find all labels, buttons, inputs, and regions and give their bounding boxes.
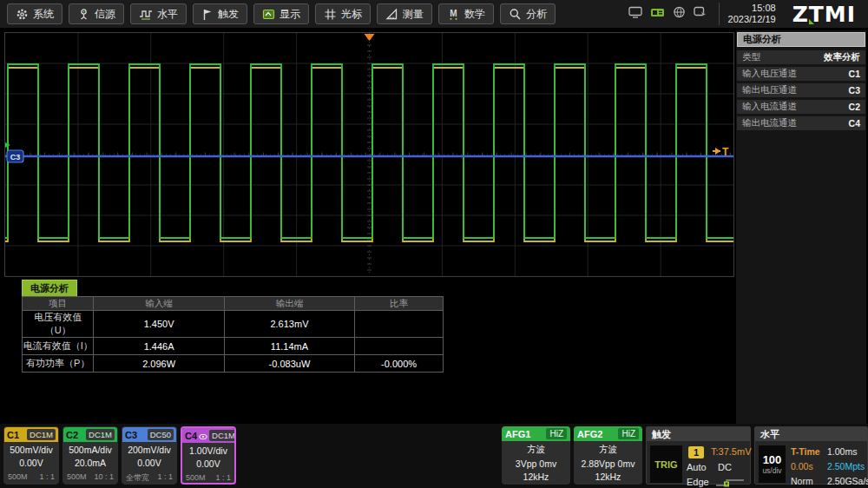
- touch-status-icon[interactable]: [694, 6, 707, 22]
- network-status-icon[interactable]: [673, 6, 686, 22]
- measure-icon: [385, 8, 398, 21]
- menu-label: 触发: [218, 7, 239, 22]
- channel-name: C1: [7, 430, 19, 440]
- memory-depth: 2.50Mpts: [827, 461, 865, 472]
- channel-offset: 20.0mA: [63, 458, 117, 468]
- menu-label: 测量: [403, 7, 424, 22]
- channel-box-c3[interactable]: C3 DC50 200mV/div 0.00V 全带宽 1 : 1: [122, 426, 177, 485]
- usb-status-icon[interactable]: [650, 6, 665, 22]
- delay-value[interactable]: 0.00s: [791, 461, 813, 472]
- table-row: 电压有效值（U） 1.450V 2.613mV: [23, 311, 444, 338]
- afg-name: AFG1: [505, 429, 530, 439]
- col-header: 项目: [23, 297, 94, 311]
- channel-bandwidth: 500M: [67, 472, 87, 481]
- channel-bandwidth: 500M: [8, 472, 28, 481]
- channel-name: C4: [185, 431, 197, 441]
- afg-frequency: 12kHz: [574, 472, 642, 482]
- horizontal-wave-icon: [139, 8, 153, 21]
- channel-probe-ratio: 1 : 1: [157, 472, 173, 484]
- trigger-level-value[interactable]: T:37.5mV: [711, 446, 751, 457]
- setting-row-output-voltage[interactable]: 输出电压通道 C3: [737, 83, 865, 97]
- svg-text:M: M: [450, 9, 457, 18]
- setting-row-input-voltage[interactable]: 输入电压通道 C1: [737, 67, 865, 81]
- t-time-value: 1.00ms: [827, 446, 857, 457]
- clock-date: 2023/12/19: [728, 14, 776, 25]
- bottom-bar-spacer: [240, 426, 498, 485]
- menu-button-measure[interactable]: 测量: [377, 3, 432, 24]
- cell-value: 2.096W: [94, 355, 224, 373]
- power-analysis-table: 项目 输入端 输出端 比率 电压有效值（U） 1.450V 2.613mV 电流…: [22, 296, 444, 373]
- afg2-box[interactable]: AFG2 HiZ 方波 2.88Vpp 0mv 12kHz: [574, 426, 642, 485]
- channel-box-c2[interactable]: C2 DC1M 500mA/div 20.0mA 500M 10 : 1: [62, 426, 118, 485]
- channel-bandwidth: 全带宽: [126, 472, 149, 484]
- channel-scale: 500mV/div: [4, 445, 58, 455]
- menu-label: 信源: [95, 7, 115, 22]
- row-label: 电压有效值（U）: [23, 311, 94, 338]
- channel-scale: 1.00V/div: [182, 445, 234, 456]
- channel-box-c1[interactable]: C1 DC1M 500mV/div 0.00V 500M 1 : 1: [3, 426, 59, 485]
- channel-scale: 200mV/div: [122, 445, 176, 455]
- clock-time: 15:08: [728, 3, 776, 14]
- afg-name: AFG2: [577, 429, 602, 439]
- trigger-flag-icon: [201, 8, 214, 21]
- col-header: 输入端: [94, 297, 224, 311]
- channel-offset: 0.00V: [182, 458, 234, 469]
- svg-text:T: T: [722, 146, 729, 158]
- coupling-badge: DC1M: [209, 430, 236, 441]
- menu-button-analysis[interactable]: 分析: [500, 3, 556, 24]
- col-header: 比率: [355, 297, 444, 311]
- trigger-type[interactable]: Edge: [687, 477, 709, 487]
- horizontal-panel[interactable]: 水平 100 us/div T-Time 1.00ms 0.00s 2.50Mp…: [754, 426, 868, 485]
- gear-icon: [16, 8, 29, 21]
- menu-button-trigger[interactable]: 触发: [193, 3, 247, 24]
- menu-button-display[interactable]: 显示: [253, 3, 309, 24]
- cursor-icon: [324, 8, 337, 21]
- menu-button-horizontal[interactable]: 水平: [130, 3, 187, 24]
- cell-value: 1.446A: [94, 338, 224, 355]
- trigger-status-box[interactable]: TRIG: [650, 445, 682, 483]
- trigger-coupling[interactable]: DC: [718, 462, 732, 472]
- cell-value: -0.083uW: [224, 355, 354, 373]
- channel-bandwidth: 500M: [186, 473, 206, 482]
- setting-row-input-current[interactable]: 输入电流通道 C2: [737, 100, 865, 114]
- bottom-status-bar: C1 DC1M 500mV/div 0.00V 500M 1 : 1 C2 DC…: [0, 424, 868, 488]
- afg-waveform: 方波: [502, 444, 570, 456]
- coupling-badge: DC1M: [86, 429, 115, 440]
- menu-label: 分析: [526, 7, 547, 22]
- setting-row-output-current[interactable]: 输出电流通道 C4: [737, 116, 865, 130]
- afg-amplitude-offset: 3Vpp 0mv: [502, 458, 570, 469]
- cell-value: 11.14mA: [224, 338, 354, 355]
- menu-label: 数学: [464, 7, 485, 22]
- menu-label: 系统: [33, 7, 54, 22]
- trigger-panel[interactable]: 触发 TRIG 1 T:37.5mV Auto DC Edge: [646, 426, 751, 485]
- trigger-mode[interactable]: Auto: [687, 462, 707, 472]
- timebase-box[interactable]: 100 us/div: [759, 445, 786, 483]
- coupling-badge: DC50: [148, 429, 174, 440]
- menu-button-system[interactable]: 系统: [7, 3, 62, 24]
- setting-row-type[interactable]: 类型 效率分析: [737, 50, 865, 64]
- afg1-box[interactable]: AFG1 HiZ 方波 3Vpp 0mv 12kHz: [502, 426, 570, 485]
- channel-name: C3: [125, 430, 137, 440]
- coupling-badge: DC1M: [27, 429, 56, 440]
- cell-value: 2.613mV: [224, 311, 354, 338]
- menu-button-math[interactable]: M 数学: [438, 3, 494, 24]
- power-analysis-tab[interactable]: 电源分析: [22, 280, 77, 296]
- menu-button-source[interactable]: 信源: [69, 3, 124, 24]
- channel-probe-ratio: 10 : 1: [94, 472, 114, 481]
- oscilloscope-screen: 系统 信源 水平 触发 显示 光标 测量 M 数学: [0, 0, 868, 488]
- impedance-badge: HiZ: [546, 428, 567, 439]
- waveform-display[interactable]: C3T: [4, 32, 734, 277]
- channel-box-c4[interactable]: C4 DC1M 1.00V/div 0.00V 500M 1 : 1: [181, 426, 236, 485]
- analysis-panel-title: 电源分析: [737, 32, 865, 47]
- menu-button-cursor[interactable]: 光标: [315, 3, 371, 24]
- screen-status-icon[interactable]: [628, 6, 642, 22]
- afg-waveform: 方波: [574, 444, 642, 456]
- cell-value: -0.000%: [355, 355, 444, 373]
- acquisition-mode[interactable]: Norm: [791, 476, 813, 486]
- visibility-eye-icon: [199, 428, 207, 444]
- channel-name: C2: [66, 430, 78, 440]
- impedance-badge: HiZ: [618, 428, 639, 439]
- horizontal-panel-title: 水平: [755, 427, 867, 441]
- channel-offset: 0.00V: [122, 458, 176, 468]
- trigger-source-badge[interactable]: 1: [688, 446, 704, 458]
